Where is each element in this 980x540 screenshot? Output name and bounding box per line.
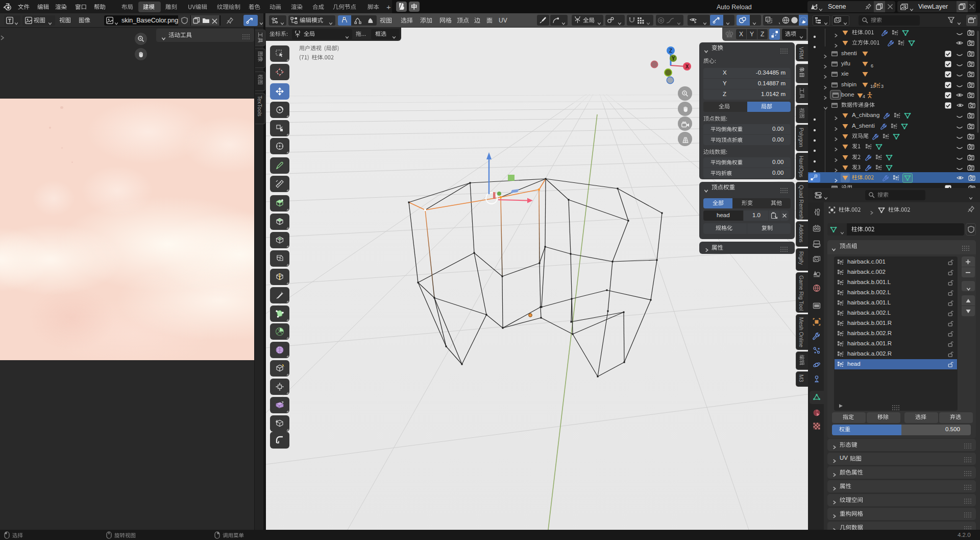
svg-text:Z: Z: [669, 48, 672, 54]
svg-text:Y: Y: [672, 56, 675, 61]
svg-text:X: X: [685, 64, 689, 69]
